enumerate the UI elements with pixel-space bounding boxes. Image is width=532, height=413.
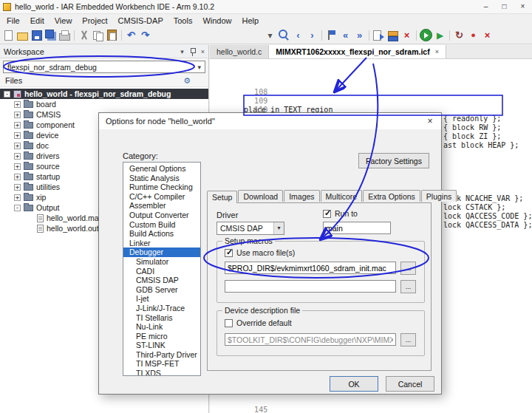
menu-tools[interactable]: Tools [168, 16, 198, 26]
save-icon[interactable] [30, 29, 44, 42]
undo-icon[interactable]: ↶ [124, 29, 138, 42]
tree-expander-icon[interactable]: + [14, 163, 21, 170]
category-third-party-driver[interactable]: Third-Party Driver [123, 350, 200, 360]
dialog-tab-download[interactable]: Download [238, 190, 283, 202]
category-ti-xds[interactable]: TI XDS [123, 369, 200, 376]
close-icon[interactable]: × [201, 48, 205, 55]
stop-build-icon[interactable]: × [400, 29, 414, 42]
minimize-button[interactable]: – [477, 0, 495, 13]
find-previous-icon[interactable]: ‹ [291, 29, 305, 42]
category-output-converter[interactable]: Output Converter [123, 211, 200, 220]
menu-help[interactable]: Help [237, 16, 265, 26]
category-debugger[interactable]: Debugger [123, 248, 200, 257]
device-file-browse-button[interactable]: ... [400, 333, 416, 347]
config-dropdown[interactable]: flexspi_nor_sdram_debug ▾ [3, 61, 205, 73]
macro-file-field-2[interactable] [225, 280, 396, 293]
cancel-button[interactable]: Cancel [386, 376, 434, 392]
menu-view[interactable]: View [50, 16, 78, 26]
tree-expander-icon[interactable]: + [14, 153, 21, 160]
tree-item-board[interactable]: + board [0, 99, 208, 109]
toggle-bookmark-icon[interactable] [324, 29, 338, 42]
copy-icon[interactable] [91, 29, 105, 42]
category-runtime-checking[interactable]: Runtime Checking [123, 182, 200, 192]
category-cmsis-dap[interactable]: CMSIS DAP [123, 276, 200, 285]
dialog-tab-plugins[interactable]: Plugins [421, 190, 457, 202]
tab-flexspi-nor-sdram-icf[interactable]: MIMXRT1062xxxxx_flexspi_nor_sdram.icf × [269, 45, 446, 58]
make-icon[interactable] [386, 29, 400, 42]
save-all-icon[interactable] [44, 29, 58, 42]
dialog-titlebar[interactable]: Options for node "hello_world" × [99, 113, 441, 129]
category-simulator[interactable]: Simulator [123, 257, 200, 267]
category-static-analysis[interactable]: Static Analysis [123, 174, 200, 183]
run-to-field[interactable] [323, 222, 391, 234]
debug-without-download-icon[interactable]: ▶ [433, 29, 447, 42]
menu-cmsis-dap[interactable]: CMSIS-DAP [113, 16, 168, 26]
menu-window[interactable]: Window [197, 16, 236, 26]
menu-project[interactable]: Project [77, 16, 112, 26]
use-macro-file-checkbox[interactable]: Use macro file(s) [225, 248, 295, 257]
maximize-button[interactable]: □ [495, 0, 514, 13]
cut-icon[interactable] [77, 29, 91, 42]
category-custom-build[interactable]: Custom Build [123, 220, 200, 230]
tree-expander-icon[interactable]: + [14, 122, 21, 129]
dialog-close-icon[interactable]: × [419, 113, 441, 129]
find-next-icon[interactable]: › [305, 29, 319, 42]
category-j-link-j-trace[interactable]: J-Link/J-Trace [123, 304, 200, 313]
stop-debug-icon[interactable]: × [480, 29, 494, 42]
tree-expander-icon[interactable]: + [14, 184, 21, 191]
category-gdb-server[interactable]: GDB Server [123, 285, 200, 295]
new-file-icon[interactable] [1, 29, 16, 42]
tree-expander-icon[interactable]: - [4, 91, 10, 98]
category-st-link[interactable]: ST-LINK [123, 341, 200, 350]
driver-dropdown[interactable]: CMSIS DAP ▾ [216, 222, 284, 235]
tab-hello-world-c[interactable]: hello_world.c [210, 45, 269, 58]
chevron-down-icon[interactable]: ▾ [180, 48, 184, 55]
tree-expander-icon[interactable]: + [14, 101, 21, 108]
dialog-tab-extra-options[interactable]: Extra Options [363, 190, 420, 202]
pin-icon[interactable] [189, 47, 196, 56]
paste-icon[interactable] [105, 29, 119, 42]
dialog-tab-images[interactable]: Images [284, 190, 319, 202]
category-cadi[interactable]: CADI [123, 267, 200, 276]
tree-expander-icon[interactable]: + [14, 143, 21, 149]
category-linker[interactable]: Linker [123, 239, 200, 248]
run-to-checkbox[interactable]: Run to [323, 209, 358, 218]
menu-file[interactable]: File [1, 16, 25, 26]
macro-file-field[interactable] [225, 262, 396, 274]
tree-expander-icon[interactable]: + [14, 174, 21, 180]
macro-file-browse-button-2[interactable]: ... [400, 280, 416, 293]
tree-expander-icon[interactable]: + [14, 112, 21, 118]
category-assembler[interactable]: Assembler [123, 201, 200, 211]
checkbox-icon[interactable] [225, 319, 233, 327]
tree-item-project-root[interactable]: - hello_world - flexspi_nor_sdram_debug [0, 89, 208, 99]
category-pe-micro[interactable]: PE micro [123, 332, 200, 341]
ok-button[interactable]: OK [330, 376, 378, 392]
close-button[interactable]: × [514, 0, 532, 13]
previous-bookmark-icon[interactable]: « [338, 29, 352, 42]
compile-icon[interactable] [372, 29, 386, 42]
find-icon[interactable] [277, 29, 291, 42]
category-c-cpp-compiler[interactable]: C/C++ Compiler [123, 192, 200, 202]
category-general-options[interactable]: General Options [123, 164, 200, 174]
tree-expander-icon[interactable]: - [14, 205, 21, 211]
tree-expander-icon[interactable]: + [14, 194, 21, 201]
dialog-tab-multicore[interactable]: Multicore [321, 190, 363, 202]
checkbox-icon[interactable] [323, 210, 331, 218]
factory-settings-button[interactable]: Factory Settings [358, 153, 429, 168]
category-nu-link[interactable]: Nu-Link [123, 322, 200, 332]
macro-file-browse-button[interactable]: ... [400, 262, 416, 275]
search-dropdown-icon[interactable]: ▾ [263, 29, 277, 42]
redo-icon[interactable]: ↷ [138, 29, 152, 42]
download-debug-icon[interactable] [419, 29, 433, 42]
settings-gear-icon[interactable]: ⚙ [183, 76, 191, 86]
next-bookmark-icon[interactable]: » [352, 29, 366, 42]
category-build-actions[interactable]: Build Actions [123, 229, 200, 239]
override-default-checkbox[interactable]: Override default [225, 318, 292, 327]
tree-expander-icon[interactable]: + [14, 132, 21, 139]
cspy-break-icon[interactable]: ● [466, 29, 480, 42]
category-ti-stellaris[interactable]: TI Stellaris [123, 313, 200, 323]
cspy-reset-icon[interactable]: ↻ [452, 29, 466, 42]
open-icon[interactable] [16, 29, 30, 42]
menu-edit[interactable]: Edit [25, 16, 50, 26]
tab-close-icon[interactable]: × [435, 48, 439, 55]
